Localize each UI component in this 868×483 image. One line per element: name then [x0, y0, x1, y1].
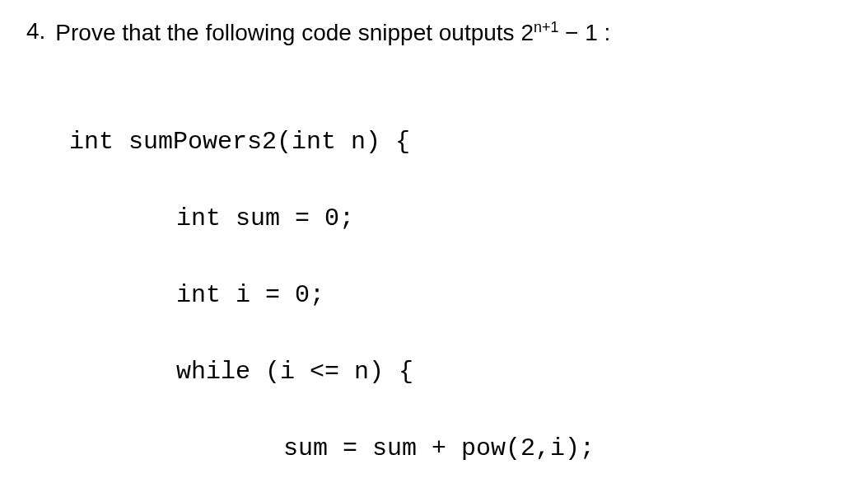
question-number: 4.: [26, 18, 45, 48]
code-line: int i = 0;: [69, 276, 842, 315]
code-line: int sum = 0;: [69, 199, 842, 238]
question-text-after: − 1 :: [558, 20, 610, 45]
question-text: Prove that the following code snippet ou…: [55, 18, 610, 48]
code-snippet: int sumPowers2(int n) { int sum = 0; int…: [69, 84, 842, 483]
exponent: n+1: [534, 19, 558, 35]
code-line: while (i <= n) {: [69, 353, 842, 392]
code-line: int sumPowers2(int n) {: [69, 123, 842, 162]
question-container: 4. Prove that the following code snippet…: [26, 18, 842, 48]
code-line: sum = sum + pow(2,i);: [69, 429, 842, 468]
question-text-before: Prove that the following code snippet ou…: [55, 20, 534, 45]
